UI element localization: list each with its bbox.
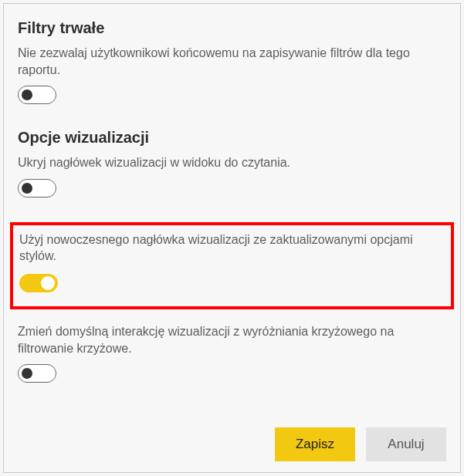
toggle-knob [22, 89, 32, 100]
setting-cross-filter: Zmień domyślną interakcję wizualizacji z… [18, 323, 446, 386]
toggle-knob [22, 183, 32, 194]
toggle-modern-header[interactable] [19, 274, 58, 292]
settings-content: Filtry trwałe Nie zezwalaj użytkownikowi… [18, 19, 446, 418]
toggle-cross-filter[interactable] [18, 364, 56, 383]
toggle-hide-header[interactable] [18, 179, 56, 197]
footer-actions: Zapisz Anuluj [18, 418, 446, 461]
setting-label: Nie zezwalaj użytkownikowi końcowemu na … [18, 45, 446, 78]
setting-persist-filters: Nie zezwalaj użytkownikowi końcowemu na … [18, 45, 446, 107]
setting-label: Użyj nowoczesnego nagłówka wizualizacji … [19, 231, 445, 265]
setting-label: Zmień domyślną interakcję wizualizacji z… [18, 323, 446, 356]
setting-hide-header: Ukryj nagłówek wizualizacji w widoku do … [18, 154, 446, 201]
highlight-modern-header: Użyj nowoczesnego nagłówka wizualizacji … [10, 222, 454, 309]
toggle-knob [41, 276, 55, 290]
visualization-heading: Opcje wizualizacji [18, 129, 446, 147]
save-button[interactable]: Zapisz [275, 427, 355, 461]
setting-label: Ukryj nagłówek wizualizacji w widoku do … [18, 154, 446, 171]
toggle-knob [22, 368, 32, 379]
toggle-persist-filters[interactable] [18, 86, 56, 104]
settings-panel: Filtry trwałe Nie zezwalaj użytkownikowi… [3, 3, 461, 473]
filters-heading: Filtry trwałe [18, 19, 446, 37]
cancel-button[interactable]: Anuluj [366, 427, 446, 461]
